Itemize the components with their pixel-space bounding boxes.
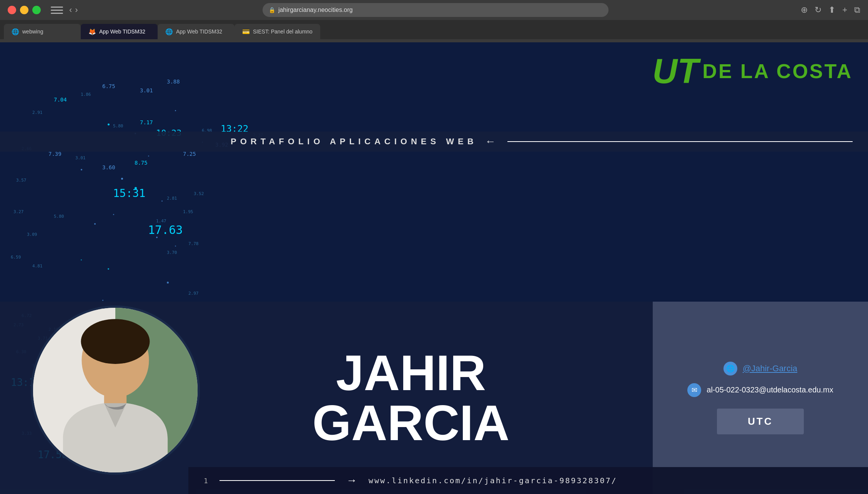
linkedin-line-left: [219, 480, 335, 481]
tabs-button[interactable]: ⧉: [854, 5, 860, 15]
last-name: GARCIA: [313, 398, 510, 448]
first-name: JAHIR: [313, 348, 510, 398]
tab-webwing-label: webwing: [22, 28, 43, 35]
portafolio-banner: PORTAFOLIO APLICACIONES WEB ←: [0, 131, 868, 152]
linkedin-url[interactable]: www.linkedin.com/in/jahir-garcia-9893283…: [369, 476, 617, 485]
portafolio-text: PORTAFOLIO APLICACIONES WEB ←: [0, 132, 868, 152]
lock-icon: 🔒: [269, 7, 275, 13]
portafolio-label: PORTAFOLIO APLICACIONES WEB: [231, 137, 477, 147]
refresh-button[interactable]: ↻: [815, 5, 821, 15]
tab-tidsm32-2[interactable]: 🌐 App Web TIDSM32: [158, 24, 234, 39]
linkedin-banner: 1 → www.linkedin.com/in/jahir-garcia-989…: [188, 467, 868, 494]
maximize-button[interactable]: [32, 6, 41, 14]
share-button[interactable]: ⬆: [828, 5, 835, 15]
website-link[interactable]: @Jahir-Garcia: [743, 364, 797, 374]
name-text: JAHIR GARCIA: [313, 348, 510, 448]
close-button[interactable]: [8, 6, 16, 14]
portafolio-line: [507, 141, 853, 142]
webwing-favicon: 🌐: [12, 28, 19, 35]
email-icon: ✉: [687, 383, 701, 397]
tab-siest[interactable]: 💳 SIEST: Panel del alumno: [234, 24, 320, 39]
tab-tidsm32-2-label: App Web TIDSM32: [176, 28, 222, 35]
avatar-container: [31, 305, 200, 475]
email-text: al-05-022-0323@utdelacosta.edu.mx: [707, 386, 833, 394]
nav-buttons: ‹ ›: [69, 6, 78, 14]
linkedin-arrow-icon: →: [346, 474, 357, 487]
contact-section: 🌐 @Jahir-Garcia ✉ al-05-022-0323@utdelac…: [653, 302, 868, 494]
back-button[interactable]: ‹: [69, 6, 72, 14]
new-tab-button[interactable]: +: [842, 5, 847, 15]
translate-button[interactable]: ⊕: [801, 5, 808, 15]
tidsm32-2-favicon: 🌐: [165, 28, 173, 35]
avatar-image: [33, 308, 198, 472]
utc-badge: UTC: [717, 409, 803, 434]
contact-email: ✉ al-05-022-0323@utdelacosta.edu.mx: [687, 383, 833, 397]
ut-letters: UT: [652, 54, 698, 88]
tabs-bar: 🌐 webwing 🦊 App Web TIDSM32 🌐 App Web TI…: [0, 20, 868, 39]
title-bar: ‹ › 🔒 jahirgarcianay.neocities.org ⊕ ↻ ⬆…: [0, 0, 868, 20]
tidsm32-1-favicon: 🦊: [88, 28, 96, 35]
siest-favicon: 💳: [242, 28, 250, 35]
minimize-button[interactable]: [20, 6, 28, 14]
address-bar[interactable]: 🔒 jahirgarcianay.neocities.org: [263, 3, 609, 17]
tab-webwing[interactable]: 🌐 webwing: [4, 24, 81, 39]
svg-point-4: [81, 319, 150, 364]
tab-siest-label: SIEST: Panel del alumno: [253, 28, 313, 35]
globe-icon: 🌐: [723, 362, 737, 376]
sidebar-toggle[interactable]: [51, 5, 63, 15]
portafolio-arrow-icon: ←: [485, 135, 500, 148]
ut-logo: UT DE LA COSTA: [652, 54, 853, 88]
page-content: UT DE LA COSTA 3.88 3.01 6.75 7.04 1.86 …: [0, 42, 868, 494]
traffic-lights: [8, 6, 41, 14]
tab-tidsm32-1-label: App Web TIDSM32: [99, 28, 145, 35]
toolbar-right: ⊕ ↻ ⬆ + ⧉: [801, 5, 860, 15]
tab-tidsm32-1[interactable]: 🦊 App Web TIDSM32: [81, 24, 158, 39]
contact-website: 🌐 @Jahir-Garcia: [723, 362, 797, 376]
browser-chrome: ‹ › 🔒 jahirgarcianay.neocities.org ⊕ ↻ ⬆…: [0, 0, 868, 42]
forward-button[interactable]: ›: [75, 6, 78, 14]
linkedin-number: 1: [204, 477, 208, 485]
url-text[interactable]: jahirgarcianay.neocities.org: [278, 7, 353, 13]
ut-subtitle: DE LA COSTA: [702, 60, 853, 83]
